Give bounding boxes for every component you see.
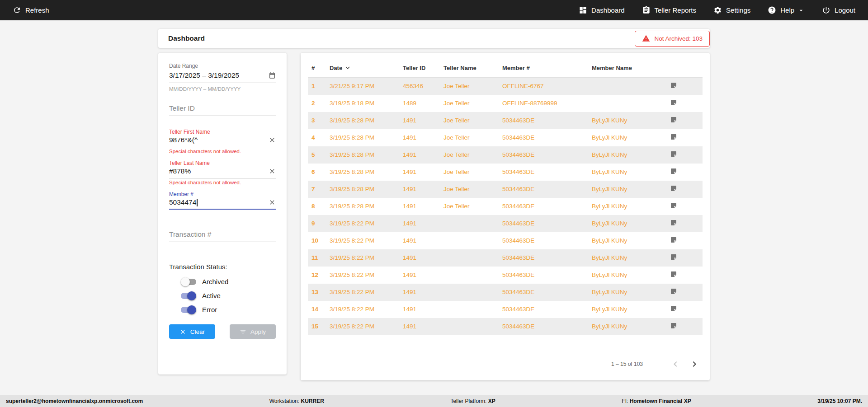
row-member-num: 5034463DE — [499, 232, 588, 249]
table-row[interactable]: 5 3/19/25 8:28 PM 1491 Joe Teller 503446… — [308, 146, 703, 164]
date-range-input[interactable]: 3/17/2025 – 3/19/2025 — [169, 71, 276, 83]
row-teller-id: 456346 — [399, 78, 440, 95]
table-row[interactable]: 10 3/19/25 8:22 PM 1491 5034463DE ByLyJl… — [308, 232, 703, 249]
toggle-archived[interactable]: Archived — [181, 278, 276, 285]
note-icon[interactable] — [670, 236, 677, 243]
toggle-error[interactable]: Error — [181, 306, 276, 313]
transaction-number-input[interactable]: Transaction # — [169, 230, 276, 242]
table-row[interactable]: 1 3/21/25 9:17 PM 456346 Joe Teller OFFL… — [308, 78, 703, 95]
nav-settings[interactable]: Settings — [713, 6, 750, 14]
clear-member-number-icon[interactable] — [269, 199, 276, 206]
active-switch[interactable] — [181, 293, 196, 299]
note-icon[interactable] — [670, 253, 677, 261]
row-teller-id: 1491 — [399, 232, 440, 249]
note-icon[interactable] — [670, 322, 677, 329]
note-icon[interactable] — [670, 288, 677, 295]
teller-first-name-value: 9876*&(^ — [169, 136, 198, 144]
note-icon[interactable] — [670, 150, 677, 158]
note-icon[interactable] — [670, 168, 677, 175]
table-row[interactable]: 15 3/19/25 8:22 PM 1491 5034463DE ByLyJl… — [308, 318, 703, 335]
nav-dashboard[interactable]: Dashboard — [579, 6, 624, 14]
note-icon[interactable] — [670, 305, 677, 312]
nav-help-label: Help — [780, 6, 794, 14]
row-teller-id: 1491 — [399, 301, 440, 318]
row-member-name — [588, 78, 666, 95]
row-number: 4 — [308, 129, 326, 146]
nav-teller-reports[interactable]: Teller Reports — [642, 6, 697, 14]
error-switch[interactable] — [181, 307, 196, 313]
teller-first-name-input[interactable]: 9876*&(^ — [169, 136, 276, 147]
table-row[interactable]: 11 3/19/25 8:22 PM 1491 5034463DE ByLyJl… — [308, 249, 703, 267]
table-row[interactable]: 12 3/19/25 8:22 PM 1491 5034463DE ByLyJl… — [308, 267, 703, 284]
clear-first-name-icon[interactable] — [269, 136, 276, 144]
row-number: 5 — [308, 146, 326, 164]
table-row[interactable]: 3 3/19/25 8:28 PM 1491 Joe Teller 503446… — [308, 112, 703, 129]
row-date: 3/19/25 8:22 PM — [326, 249, 399, 267]
next-page-button[interactable] — [689, 359, 700, 370]
row-number: 3 — [308, 112, 326, 129]
row-member-name: ByLyJl KUNy — [588, 181, 666, 198]
note-icon[interactable] — [670, 271, 677, 278]
note-icon[interactable] — [670, 202, 677, 209]
table-row[interactable]: 8 3/19/25 8:28 PM 1491 Joe Teller 503446… — [308, 198, 703, 215]
gear-icon — [713, 6, 722, 14]
row-teller-name — [440, 215, 499, 232]
apply-button[interactable]: Apply — [230, 324, 276, 339]
note-icon[interactable] — [670, 82, 677, 89]
row-teller-name: Joe Teller — [440, 129, 499, 146]
col-date[interactable]: Date — [326, 58, 399, 78]
col-teller-id: Teller ID — [399, 58, 440, 78]
table-row[interactable]: 7 3/19/25 8:28 PM 1491 Joe Teller 503446… — [308, 181, 703, 198]
table-row[interactable]: 14 3/19/25 8:22 PM 1491 5034463DE ByLyJl… — [308, 301, 703, 318]
footer-fi-label: FI: — [622, 398, 628, 404]
not-archived-label: Not Archived: 103 — [654, 35, 703, 42]
teller-id-placeholder: Teller ID — [169, 104, 195, 112]
row-teller-name — [440, 301, 499, 318]
table-row[interactable]: 6 3/19/25 8:28 PM 1491 Joe Teller 503446… — [308, 164, 703, 181]
table-row[interactable]: 13 3/19/25 8:22 PM 1491 5034463DE ByLyJl… — [308, 284, 703, 301]
sort-desc-icon[interactable] — [344, 64, 352, 72]
col-date-label: Date — [330, 65, 342, 71]
teller-last-name-input[interactable]: #878% — [169, 167, 276, 178]
row-number: 2 — [308, 95, 326, 112]
member-number-input[interactable]: 5034474 — [169, 198, 276, 210]
toggle-active[interactable]: Active — [181, 292, 276, 299]
row-member-name: ByLyJl KUNy — [588, 112, 666, 129]
teller-id-field: Teller ID — [169, 104, 276, 116]
note-icon[interactable] — [670, 99, 677, 106]
nav-logout[interactable]: Logout — [822, 6, 855, 14]
note-icon[interactable] — [670, 219, 677, 226]
table-row[interactable]: 4 3/19/25 8:28 PM 1491 Joe Teller 503446… — [308, 129, 703, 146]
close-icon — [179, 328, 186, 335]
nav-help[interactable]: Help — [768, 6, 805, 14]
row-number: 1 — [308, 78, 326, 95]
prev-page-button[interactable] — [670, 359, 681, 370]
teller-id-input[interactable]: Teller ID — [169, 104, 276, 116]
table-row[interactable]: 9 3/19/25 8:22 PM 1491 5034463DE ByLyJl … — [308, 215, 703, 232]
row-member-num: OFFLINE-6767 — [499, 78, 588, 95]
row-teller-id: 1491 — [399, 181, 440, 198]
archived-switch[interactable] — [181, 279, 196, 285]
table-row[interactable]: 2 3/19/25 9:18 PM 1489 Joe Teller OFFLIN… — [308, 95, 703, 112]
row-date: 3/19/25 8:28 PM — [326, 129, 399, 146]
row-number: 13 — [308, 284, 326, 301]
active-toggle-label: Active — [202, 292, 221, 299]
clear-button[interactable]: Clear — [169, 324, 215, 339]
note-icon[interactable] — [670, 185, 677, 192]
row-number: 6 — [308, 164, 326, 181]
row-date: 3/19/25 8:22 PM — [326, 318, 399, 335]
refresh-button[interactable]: Refresh — [13, 6, 49, 14]
not-archived-badge: Not Archived: 103 — [635, 31, 710, 47]
row-member-name: ByLyJl KUNy — [588, 146, 666, 164]
nav-logout-label: Logout — [835, 6, 855, 14]
calendar-icon[interactable] — [269, 72, 276, 79]
power-icon — [822, 6, 830, 14]
note-icon[interactable] — [670, 133, 677, 140]
row-date: 3/19/25 8:28 PM — [326, 198, 399, 215]
date-range-value: 3/17/2025 – 3/19/2025 — [169, 71, 239, 80]
refresh-icon — [13, 6, 21, 14]
footer-platform-label: Teller Platform: — [450, 398, 486, 404]
note-icon[interactable] — [670, 116, 677, 123]
row-member-num: 5034463DE — [499, 181, 588, 198]
clear-last-name-icon[interactable] — [269, 168, 276, 175]
